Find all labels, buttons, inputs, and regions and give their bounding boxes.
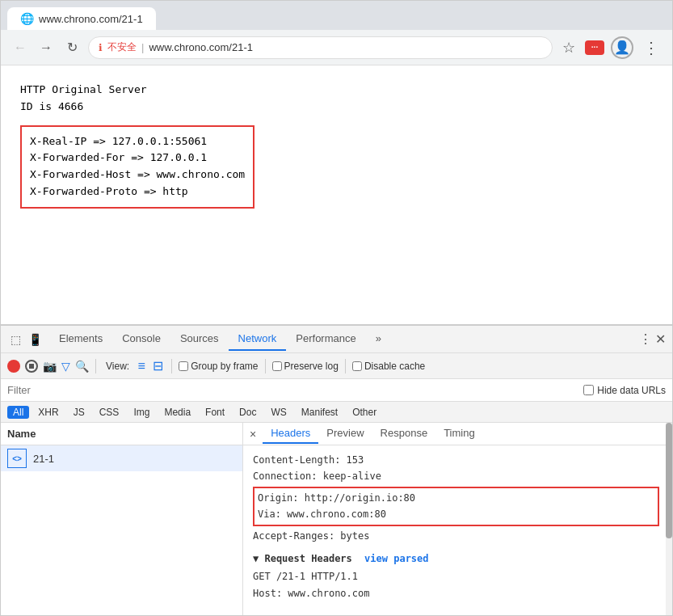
group-by-frame-checkbox[interactable]: Group by frame — [179, 361, 258, 372]
network-item-21-1[interactable]: <> 21-1 — [1, 445, 242, 471]
type-btn-all[interactable]: All — [7, 406, 29, 419]
type-btn-manifest[interactable]: Manifest — [296, 406, 343, 419]
view-list-button[interactable]: ≡ — [134, 359, 149, 373]
address-input[interactable]: ℹ 不安全 | www.chrono.com/21-1 — [88, 36, 553, 59]
tab-console[interactable]: Console — [112, 327, 170, 351]
view-buttons: ≡ ⊟ — [134, 359, 165, 373]
tab-performance[interactable]: Performance — [286, 327, 365, 351]
inspect-icon[interactable]: ⬚ — [7, 331, 23, 348]
page-line2: ID is 4666 — [20, 99, 653, 116]
tab-bar: 🌐 www.chrono.com/21-1 — [1, 1, 672, 30]
file-name: 21-1 — [33, 453, 54, 465]
insecure-label: 不安全 — [107, 40, 137, 54]
security-icon: ℹ — [99, 42, 103, 53]
x-forwarded-host: X-Forwarded-Host => www.chrono.com — [30, 167, 245, 184]
device-icon[interactable]: 📱 — [27, 331, 43, 348]
name-panel-header: Name — [1, 423, 242, 445]
browser-window: 🌐 www.chrono.com/21-1 ← → ↻ ℹ 不安全 | www.… — [0, 0, 673, 616]
highlighted-headers: Origin: http://origin.io:80 Via: www.chr… — [253, 487, 659, 526]
filter-input[interactable] — [7, 384, 577, 396]
request-headers-section: ▼ Request Headers view parsed — [253, 551, 662, 567]
scrollbar-thumb[interactable] — [666, 423, 672, 538]
tab-sources[interactable]: Sources — [170, 327, 229, 351]
headers-highlight-box: X-Real-IP => 127.0.0.1:55061 X-Forwarded… — [20, 125, 254, 209]
headers-panel: × Headers Preview Response Timing Conten… — [243, 423, 672, 615]
name-panel: Name <> 21-1 — [1, 423, 243, 615]
back-button[interactable]: ← — [11, 38, 30, 57]
devtools-icons: ⬚ 📱 — [1, 331, 49, 348]
toolbar-divider1 — [95, 359, 96, 373]
disable-cache-checkbox[interactable]: Disable cache — [352, 361, 425, 372]
x-forwarded-proto: X-Forwarded-Proto => http — [30, 184, 245, 200]
hide-data-urls-label: Hide data URLs — [597, 385, 666, 396]
browser-tab[interactable]: 🌐 www.chrono.com/21-1 — [7, 7, 156, 30]
network-toolbar: 📷 ▽ 🔍 View: ≡ ⊟ Group by frame Preserve … — [1, 353, 672, 379]
headers-tabs: × Headers Preview Response Timing — [243, 423, 672, 445]
tab-title: www.chrono.com/21-1 — [39, 13, 143, 25]
type-btn-font[interactable]: Font — [200, 406, 230, 419]
search-icon[interactable]: 🔍 — [75, 360, 89, 373]
tab-response[interactable]: Response — [372, 424, 436, 444]
type-btn-img[interactable]: Img — [128, 406, 155, 419]
network-content: Name <> 21-1 × Headers Preview Response … — [1, 423, 672, 615]
type-btn-doc[interactable]: Doc — [233, 406, 262, 419]
toolbar-divider2 — [171, 359, 172, 373]
filter-bar: Hide data URLs — [1, 379, 672, 402]
page-line1: HTTP Original Server — [20, 82, 653, 99]
close-panel-button[interactable]: × — [250, 428, 256, 441]
type-btn-media[interactable]: Media — [158, 406, 196, 419]
tab-headers[interactable]: Headers — [263, 424, 318, 444]
forward-button[interactable]: → — [36, 38, 56, 57]
view-detail-button[interactable]: ⊟ — [150, 359, 165, 373]
browser-menu-button[interactable]: ⋮ — [640, 38, 662, 57]
profile-icon: 👤 — [614, 40, 630, 55]
profile-button[interactable]: 👤 — [611, 36, 633, 59]
file-icon: <> — [7, 449, 27, 468]
type-btn-xhr[interactable]: XHR — [32, 406, 64, 419]
stop-button[interactable] — [25, 360, 38, 373]
devtools-close-button[interactable]: ✕ — [655, 331, 666, 347]
group-by-frame-label: Group by frame — [191, 361, 258, 372]
origin-header: Origin: http://origin.io:80 — [258, 490, 654, 506]
connection-header: Connection: keep-alive — [253, 468, 662, 484]
content-length-header: Content-Length: 153 — [253, 452, 662, 468]
via-header: Via: www.chrono.com:80 — [258, 506, 654, 522]
url-text: www.chrono.com/21-1 — [149, 41, 253, 53]
toolbar-divider3 — [265, 359, 266, 373]
type-btn-css[interactable]: CSS — [94, 406, 125, 419]
extension-button[interactable]: ··· — [585, 40, 604, 55]
address-separator: | — [141, 41, 144, 53]
type-btn-other[interactable]: Other — [347, 406, 382, 419]
devtools-actions: ⋮ ✕ — [633, 331, 672, 347]
toolbar-divider4 — [345, 359, 346, 373]
record-button[interactable] — [7, 360, 20, 373]
tab-favicon: 🌐 — [20, 12, 34, 25]
request-headers-label: ▼ Request Headers — [253, 553, 352, 564]
type-filter: All XHR JS CSS Img Media Font Doc WS Man… — [1, 402, 672, 423]
hide-data-urls-checkbox[interactable]: Hide data URLs — [583, 385, 666, 396]
camera-icon[interactable]: 📷 — [43, 360, 57, 373]
tab-timing[interactable]: Timing — [435, 424, 483, 444]
get-request-line: GET /21-1 HTTP/1.1 — [253, 568, 662, 584]
address-bar: ← → ↻ ℹ 不安全 | www.chrono.com/21-1 ☆ ··· … — [1, 30, 672, 65]
type-btn-ws[interactable]: WS — [265, 406, 292, 419]
type-btn-js[interactable]: JS — [68, 406, 90, 419]
tab-elements[interactable]: Elements — [49, 327, 112, 351]
tab-more[interactable]: » — [366, 327, 391, 351]
tab-preview[interactable]: Preview — [318, 424, 372, 444]
disable-cache-label: Disable cache — [364, 361, 425, 372]
view-label: View: — [106, 361, 129, 372]
preserve-log-checkbox[interactable]: Preserve log — [272, 361, 339, 372]
accept-ranges-header: Accept-Ranges: bytes — [253, 528, 662, 544]
devtools-settings-button[interactable]: ⋮ — [639, 331, 652, 347]
devtools-tabs: Elements Console Sources Network Perform… — [49, 327, 633, 351]
x-forwarded-for: X-Forwarded-For => 127.0.0.1 — [30, 150, 245, 167]
devtools-panel: ⬚ 📱 Elements Console Sources Network Per… — [1, 324, 672, 615]
reload-button[interactable]: ↻ — [62, 38, 82, 57]
scrollbar[interactable] — [666, 423, 672, 615]
host-header: Host: www.chrono.com — [253, 585, 662, 601]
tab-network[interactable]: Network — [229, 327, 287, 351]
bookmark-button[interactable]: ☆ — [559, 36, 578, 60]
view-parsed-link[interactable]: view parsed — [364, 553, 428, 564]
filter-icon[interactable]: ▽ — [61, 360, 70, 373]
